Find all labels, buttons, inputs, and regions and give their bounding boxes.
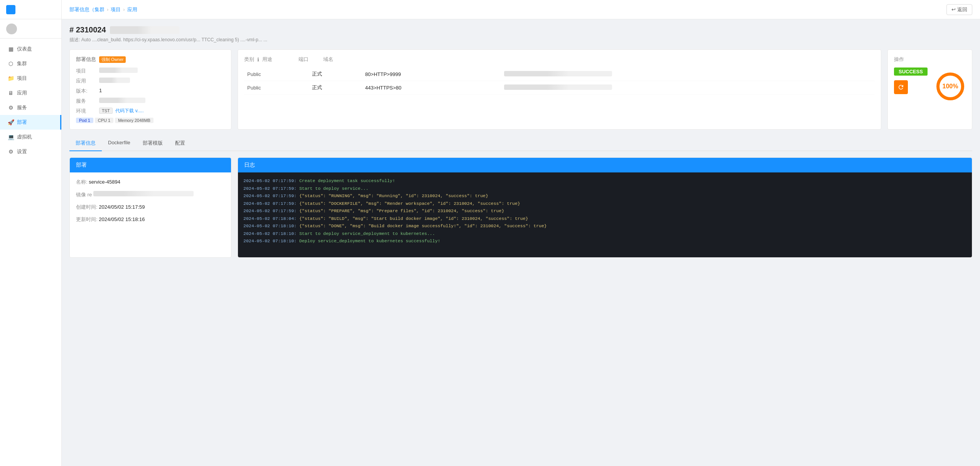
sidebar-item-label: 部署	[17, 119, 27, 126]
back-button[interactable]: ↩ 返回	[946, 4, 972, 15]
sidebar-item-vm[interactable]: 💻 虚拟机	[0, 130, 61, 144]
sidebar-header	[0, 0, 61, 19]
success-badge: SUCCESS	[894, 68, 928, 76]
sidebar: ▦ 仪表盘 ⬡ 集群 📁 项目 🖥 应用 ⚙ 服务 🚀 部署 💻 虚拟机 ⚙	[0, 0, 62, 466]
cpu-tag: CPU 1	[95, 118, 113, 123]
row2-url	[501, 81, 875, 95]
log-line: 2024-05-02 07:18:10: Deploy service_depl…	[243, 237, 967, 245]
sidebar-item-project[interactable]: 📁 项目	[0, 71, 61, 86]
page-title: # 2310024	[69, 25, 106, 34]
sidebar-item-label: 服务	[17, 104, 27, 111]
sidebar-item-label: 应用	[17, 89, 27, 96]
tags-row: Pod 1 CPU 1 Memory 2048MB	[76, 118, 225, 123]
code-download-link[interactable]: 代码下载 v.....	[115, 108, 143, 113]
owner-badge: 强制 Owner	[99, 56, 126, 63]
sidebar-item-settings[interactable]: ⚙ 设置	[0, 144, 61, 159]
dashboard-icon: ▦	[8, 46, 14, 52]
version-value: 1	[99, 88, 225, 93]
avatar[interactable]	[6, 24, 17, 34]
breadcrumb: 部署信息（集群 › 项目 › 应用	[69, 6, 137, 13]
sidebar-item-label: 集群	[17, 60, 27, 67]
sidebar-item-label: 仪表盘	[17, 46, 32, 52]
vm-icon: 💻	[8, 134, 14, 140]
network-domain-col: 域名	[323, 56, 333, 63]
row1-url	[501, 68, 875, 81]
detail-updated: 更新时间: 2024/05/02 15:18:16	[76, 216, 225, 223]
breadcrumb-project[interactable]: 项目	[111, 6, 121, 13]
tab-config[interactable]: 配置	[169, 136, 191, 151]
info-icon: ℹ	[257, 57, 259, 62]
breadcrumb-deploy[interactable]: 部署信息（集群	[69, 6, 105, 13]
log-body: 2024-05-02 07:17:59: Create deployment t…	[238, 172, 972, 257]
network-row-1: Public 正式 80>HTTP>9999	[244, 68, 875, 81]
tab-dockerfile[interactable]: Dockerfile	[102, 136, 137, 151]
tabs-bar: 部署信息 Dockerfile 部署模版 配置	[69, 136, 972, 151]
progress-percent: 100%	[943, 83, 958, 90]
deploy-info-header: 部署信息 强制 Owner	[76, 56, 225, 63]
tab-deploy-template[interactable]: 部署模版	[137, 136, 169, 151]
bottom-row: 部署 名称: service-45894 镜像 re 创建时间: 2024/05…	[69, 157, 972, 258]
log-line: 2024-05-02 07:17:59: Start to deploy ser…	[243, 185, 967, 192]
back-label: 返回	[957, 6, 967, 13]
log-card: 日志 2024-05-02 07:17:59: Create deploymen…	[238, 157, 972, 258]
network-table: Public 正式 80>HTTP>9999 Public 正式 443>HTT…	[244, 68, 875, 95]
app-label: 应用	[76, 78, 99, 84]
sidebar-item-app[interactable]: 🖥 应用	[0, 86, 61, 100]
sidebar-item-label: 设置	[17, 148, 27, 155]
sidebar-nav: ▦ 仪表盘 ⬡ 集群 📁 项目 🖥 应用 ⚙ 服务 🚀 部署 💻 虚拟机 ⚙	[0, 39, 61, 466]
deploy-detail-header: 部署	[70, 158, 231, 172]
ops-action-button[interactable]	[894, 80, 908, 94]
created-value: 2024/05/02 15:17:59	[99, 204, 145, 210]
updated-value: 2024/05/02 15:18:16	[99, 216, 145, 222]
created-label: 创建时间:	[76, 204, 98, 210]
updated-label: 更新时间:	[76, 216, 98, 222]
title-blurred	[110, 26, 179, 34]
sidebar-item-deploy[interactable]: 🚀 部署	[0, 115, 61, 130]
log-line: 2024-05-02 07:18:04: {"status": "BUILD",…	[243, 215, 967, 223]
row1-type: Public	[244, 68, 309, 81]
service-icon: ⚙	[8, 105, 14, 111]
refresh-icon	[897, 84, 904, 91]
tab-deploy-info[interactable]: 部署信息	[69, 136, 102, 151]
deploy-info-title: 部署信息	[76, 56, 96, 63]
breadcrumb-sep-1: ›	[107, 7, 108, 12]
service-label: 服务	[76, 98, 99, 105]
sidebar-item-label: 项目	[17, 75, 27, 82]
sidebar-item-label: 虚拟机	[17, 133, 32, 140]
log-line: 2024-05-02 07:18:10: Start to deploy ser…	[243, 230, 967, 238]
breadcrumb-app[interactable]: 应用	[127, 6, 137, 13]
network-row-2: Public 正式 443>HTTPS>80	[244, 81, 875, 95]
page-title-row: # 2310024	[69, 25, 972, 34]
app-logo	[6, 5, 15, 14]
project-icon: 📁	[8, 75, 14, 81]
network-port-col: 端口	[299, 56, 309, 63]
log-header: 日志	[238, 158, 972, 172]
app-icon: 🖥	[8, 90, 14, 96]
log-line: 2024-05-02 07:18:10: {"status": "DONE", …	[243, 222, 967, 230]
sidebar-item-cluster[interactable]: ⬡ 集群	[0, 56, 61, 71]
info-row: 部署信息 强制 Owner 项目 应用 版本: 1 服务	[69, 49, 972, 130]
deploy-detail-card: 部署 名称: service-45894 镜像 re 创建时间: 2024/05…	[69, 157, 231, 258]
app-value	[99, 78, 225, 84]
image-value	[93, 192, 194, 198]
service-value	[99, 98, 225, 104]
project-label: 项目	[76, 68, 99, 74]
memory-tag: Memory 2048MB	[115, 118, 153, 123]
image-label: 镜像 re	[76, 192, 92, 198]
env-label: 环境	[76, 108, 99, 115]
ops-title: 操作	[894, 56, 966, 63]
sidebar-item-service[interactable]: ⚙ 服务	[0, 100, 61, 115]
row2-port: 443>HTTPS>80	[362, 81, 501, 95]
field-app: 应用	[76, 78, 225, 84]
progress-circle: 100%	[935, 71, 966, 102]
log-line: 2024-05-02 07:17:59: {"status": "RUNNING…	[243, 192, 967, 200]
network-card-header: 类别 ℹ 用途 端口 域名	[244, 56, 875, 63]
row1-port: 80>HTTP>9999	[362, 68, 501, 81]
row2-type: Public	[244, 81, 309, 95]
env-badge: TST	[99, 108, 113, 114]
user-area[interactable]	[0, 19, 61, 39]
field-version: 版本: 1	[76, 88, 225, 95]
sidebar-item-dashboard[interactable]: ▦ 仪表盘	[0, 42, 61, 56]
breadcrumb-sep-2: ›	[123, 7, 125, 12]
version-label: 版本:	[76, 88, 99, 95]
